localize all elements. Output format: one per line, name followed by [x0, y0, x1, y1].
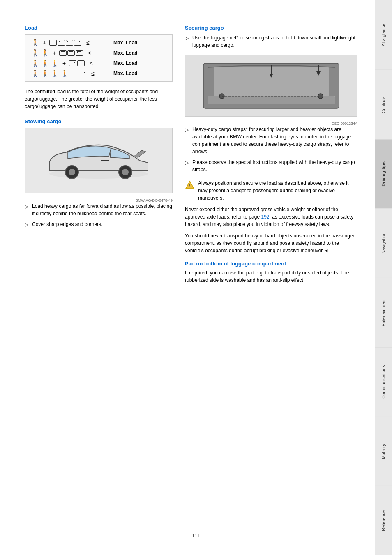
sidebar-tab-mobility[interactable]: Mobility	[375, 417, 392, 486]
page-number: 111	[191, 532, 201, 539]
max-load-1: Max. Load	[113, 40, 138, 46]
person-icon-3b: 🚶	[41, 59, 49, 67]
bullet-arrow-1: ▷	[25, 203, 29, 217]
svg-point-2	[69, 169, 75, 175]
person-icon-4a: 🚶	[31, 69, 39, 77]
warning-icon: !	[185, 180, 195, 190]
load-description: The permitted load is the total of the w…	[25, 88, 173, 110]
sidebar-tab-reference[interactable]: Reference	[375, 486, 392, 555]
stowing-bullet-2: ▷ Cover sharp edges and corners.	[25, 221, 173, 228]
plus-2: +	[53, 50, 56, 56]
luggage-group-1	[49, 40, 81, 46]
normal-text-3: You should never transport heavy or hard…	[185, 232, 357, 254]
warning-text: Always position and secure the load as d…	[198, 180, 357, 202]
leq-3: ≤	[90, 60, 93, 67]
max-load-3: Max. Load	[113, 60, 138, 66]
luggage-box	[76, 50, 83, 56]
person-icon-4b: 🚶	[41, 69, 49, 77]
bullet-arrow-2: ▷	[25, 221, 29, 228]
securing-bullet-text-3: Please observe the special instructions …	[192, 159, 357, 173]
sidebar: At a glance Controls Driving tips Naviga…	[375, 0, 392, 555]
securing-bullet-1: ▷ Use the luggage net* or securing strap…	[185, 34, 357, 49]
luggage-box	[58, 40, 65, 46]
securing-bullet-2: ▷ Heavy-duty cargo straps* for securing …	[185, 126, 357, 155]
securing-bullets-top: ▷ Use the luggage net* or securing strap…	[185, 34, 357, 49]
max-load-4: Max. Load	[113, 71, 138, 76]
sidebar-tab-at-a-glance[interactable]: At a glance	[375, 0, 392, 70]
max-load-2: Max. Load	[113, 50, 138, 56]
page-link[interactable]: 192	[261, 214, 269, 220]
svg-rect-7	[208, 96, 335, 104]
load-section: Load 🚶 + ≤	[25, 25, 173, 110]
luggage-box	[77, 60, 85, 66]
person-icon-3c: 🚶	[51, 59, 59, 67]
securing-bullet-text-1: Use the luggage net* or securing straps …	[192, 34, 357, 49]
sidebar-tab-controls[interactable]: Controls	[375, 70, 392, 139]
load-icons-4: 🚶 🚶 🚶 🚶 + ≤	[31, 69, 113, 77]
securing-bullets-bottom: ▷ Heavy-duty cargo straps* for securing …	[185, 126, 357, 173]
sidebar-tab-navigation[interactable]: Navigation	[375, 208, 392, 278]
leq-4: ≤	[91, 70, 95, 77]
stowing-image-caption: BMW-AG-DO-0478-49	[25, 198, 173, 203]
sidebar-tab-entertainment[interactable]: Entertainment	[375, 278, 392, 347]
svg-text:!: !	[189, 183, 191, 188]
plus-1: +	[43, 39, 46, 46]
luggage-box	[66, 40, 73, 46]
svg-rect-9	[329, 67, 335, 96]
person-icon-2b: 🚶	[41, 49, 49, 57]
load-title: Load	[25, 25, 173, 31]
load-row-3: 🚶 🚶 🚶 + ≤ Max. Load	[31, 59, 166, 67]
luggage-box	[69, 60, 76, 66]
securing-bullet-3: ▷ Please observe the special instruction…	[185, 159, 357, 173]
stowing-title: Stowing cargo	[25, 118, 173, 124]
luggage-group-3	[69, 60, 85, 66]
securing-image-caption: DSC-0001234A	[185, 122, 357, 126]
luggage-group-4	[79, 71, 86, 76]
person-icon-3a: 🚶	[31, 59, 39, 67]
load-diagram: 🚶 + ≤ Max. Load	[25, 34, 173, 82]
load-icons-3: 🚶 🚶 🚶 + ≤	[31, 59, 113, 67]
load-icons-1: 🚶 + ≤	[31, 39, 113, 46]
stowing-bullets: ▷ Load heavy cargo as far forward and as…	[25, 203, 173, 228]
load-icons-2: 🚶 🚶 + ≤	[31, 49, 113, 57]
main-content: Load 🚶 + ≤	[0, 0, 375, 555]
load-row-2: 🚶 🚶 + ≤ Max. Load	[31, 49, 166, 57]
pad-section: Pad on bottom of luggage compartment If …	[185, 260, 357, 284]
load-row-4: 🚶 🚶 🚶 🚶 + ≤ Max. Load	[31, 69, 166, 77]
sidebar-tab-driving-tips[interactable]: Driving tips	[375, 139, 392, 209]
bullet-arrow-s3: ▷	[185, 159, 189, 173]
stowing-bullet-text-2: Cover sharp edges and corners.	[32, 221, 102, 228]
trunk-svg	[199, 59, 343, 113]
stowing-bullet-text-1: Load heavy cargo as far forward and as l…	[32, 203, 173, 217]
right-column: Securing cargo ▷ Use the luggage net* or…	[185, 25, 357, 539]
plus-3: +	[62, 60, 66, 67]
svg-point-4	[122, 169, 129, 175]
leq-2: ≤	[88, 50, 91, 56]
load-row-1: 🚶 + ≤ Max. Load	[31, 39, 166, 46]
securing-bullet-text-2: Heavy-duty cargo straps* for securing la…	[192, 126, 357, 155]
securing-title: Securing cargo	[185, 25, 357, 31]
left-column: Load 🚶 + ≤	[25, 25, 173, 539]
car-svg	[41, 140, 156, 181]
stowing-section: Stowing cargo	[25, 118, 173, 228]
leq-1: ≤	[86, 39, 90, 46]
luggage-box	[79, 71, 86, 76]
person-icon-4d: 🚶	[61, 69, 69, 77]
stowing-image	[25, 128, 173, 193]
luggage-box	[49, 40, 57, 46]
stowing-bullet-1: ▷ Load heavy cargo as far forward and as…	[25, 203, 173, 217]
person-icon-2a: 🚶	[31, 49, 39, 57]
bullet-arrow-s2: ▷	[185, 126, 189, 155]
luggage-group-2	[59, 50, 83, 56]
svg-rect-8	[208, 67, 214, 96]
bullet-arrow-s1: ▷	[185, 35, 189, 49]
person-icon-1: 🚶	[31, 39, 39, 46]
sidebar-tab-communications[interactable]: Communications	[375, 347, 392, 417]
person-icon-4c: 🚶	[51, 69, 59, 77]
luggage-box	[67, 50, 75, 56]
securing-section: Securing cargo ▷ Use the luggage net* or…	[185, 25, 357, 254]
warning-box: ! Always position and secure the load as…	[185, 180, 357, 202]
luggage-box	[74, 40, 81, 46]
pad-description: If required, you can use the pad e.g. to…	[185, 269, 357, 284]
pad-title: Pad on bottom of luggage compartment	[185, 260, 357, 267]
